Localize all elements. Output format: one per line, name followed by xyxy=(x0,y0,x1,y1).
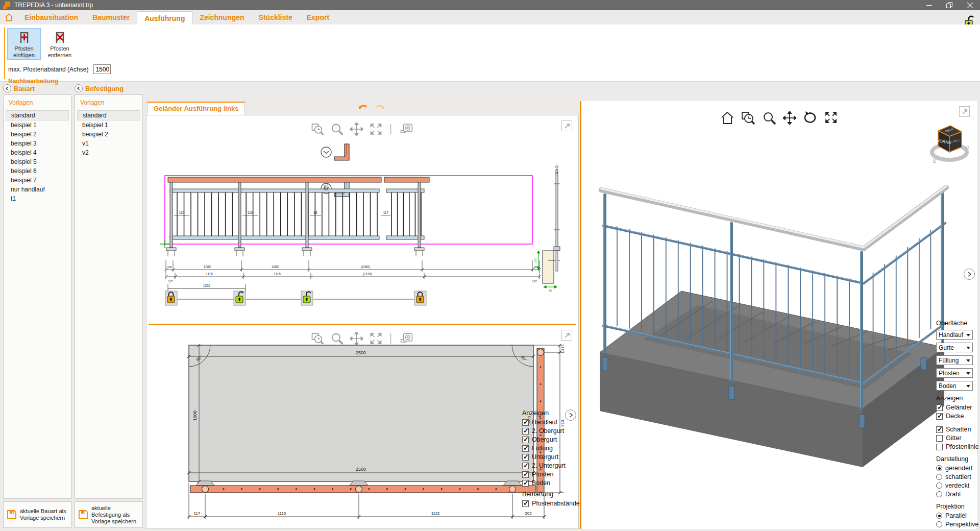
remove-post-button[interactable]: Pfostenentfernen xyxy=(43,28,77,60)
menu-einbausituation[interactable]: Einbausituation xyxy=(17,10,85,25)
radio-parallel[interactable]: Parallel xyxy=(936,512,976,519)
pan-icon[interactable] xyxy=(350,332,363,345)
zoom-fit-icon[interactable] xyxy=(370,332,382,345)
zoom-fit-icon[interactable] xyxy=(370,123,382,135)
list-item[interactable]: standard xyxy=(6,110,69,120)
checkbox[interactable] xyxy=(522,463,529,469)
list-item[interactable]: nur handlauf xyxy=(6,185,69,194)
menu-ausfuehrung[interactable]: Ausführung xyxy=(137,11,192,25)
radio[interactable] xyxy=(936,491,942,497)
checkbox-decke[interactable]: Decke xyxy=(936,413,976,420)
lock-button-3[interactable] xyxy=(301,291,313,305)
plan-next-button[interactable] xyxy=(565,409,576,421)
menu-stueckliste[interactable]: Stückliste xyxy=(252,10,300,25)
menu-export[interactable]: Export xyxy=(300,10,336,25)
list-item[interactable]: beispiel 6 xyxy=(6,166,69,176)
view3d-next-button[interactable] xyxy=(964,269,975,280)
lock-button-1[interactable] xyxy=(165,291,177,305)
home-icon[interactable] xyxy=(0,10,17,25)
radio-draht[interactable]: Draht xyxy=(936,491,976,498)
list-item[interactable]: beispiel 7 xyxy=(6,176,69,185)
checkbox-schatten[interactable]: Schatten xyxy=(936,426,976,433)
radio-perspektive[interactable]: Perspektive xyxy=(936,521,976,528)
checkbox[interactable] xyxy=(936,413,943,420)
max-post-distance-input[interactable] xyxy=(93,64,111,74)
checkbox[interactable] xyxy=(936,404,943,411)
checkbox-gelaender[interactable]: Geländer xyxy=(936,404,976,411)
checkbox-fuellung[interactable]: Füllung xyxy=(522,445,578,452)
plan-popout-button[interactable] xyxy=(561,330,572,341)
panel-separator[interactable] xyxy=(580,101,581,529)
checkbox-untergurt[interactable]: Untergurt xyxy=(522,453,578,461)
radio[interactable] xyxy=(936,513,942,519)
measure-icon[interactable] xyxy=(400,332,414,345)
radio[interactable] xyxy=(936,482,942,489)
list-item[interactable]: beispiel 3 xyxy=(6,139,69,148)
measure-icon[interactable] xyxy=(400,123,414,135)
pan-icon[interactable] xyxy=(350,123,363,136)
radio-verdeckt[interactable]: verdeckt xyxy=(936,482,976,489)
select-boden[interactable]: Boden xyxy=(936,381,973,391)
save-bauart-button[interactable]: aktuelle Bauart als Vorlage speichern xyxy=(3,501,71,528)
checkbox-gitter[interactable]: Gitter xyxy=(936,435,976,442)
checkbox[interactable] xyxy=(522,480,529,487)
zoom-icon[interactable] xyxy=(331,332,344,345)
zoom-icon[interactable] xyxy=(331,123,344,135)
checkbox[interactable] xyxy=(936,444,943,450)
minimize-button[interactable] xyxy=(919,0,939,10)
list-item[interactable]: beispiel 2 xyxy=(77,130,140,139)
select-gurte[interactable]: Gurte xyxy=(936,343,973,352)
close-button[interactable] xyxy=(960,0,980,10)
undo-button[interactable] xyxy=(358,102,369,112)
checkbox[interactable] xyxy=(522,471,529,478)
list-item[interactable]: beispiel 2 xyxy=(6,130,69,139)
view3d-popout-button[interactable] xyxy=(959,106,970,117)
select-pfosten[interactable]: Pfosten xyxy=(936,368,973,378)
radio-schattiert[interactable]: schattiert xyxy=(936,473,976,480)
lock-button-2[interactable] xyxy=(234,291,246,305)
lock-button-4[interactable] xyxy=(414,291,426,305)
list-item[interactable]: standard xyxy=(77,110,140,120)
checkbox-2-untergurt[interactable]: 2. Untergurt xyxy=(522,462,578,469)
checkbox-boden[interactable]: Boden xyxy=(522,479,578,487)
checkbox-obergurt[interactable]: Obergurt xyxy=(522,436,578,443)
list-item[interactable]: beispiel 1 xyxy=(77,120,140,130)
checkbox[interactable] xyxy=(522,419,529,426)
radio[interactable] xyxy=(936,465,942,471)
menu-baumuster[interactable]: Baumuster xyxy=(85,10,137,25)
befestigung-collapse-button[interactable] xyxy=(75,84,83,92)
save-befestigung-button[interactable]: aktuelle Befestigung als Vorlage speiche… xyxy=(75,501,143,528)
restore-button[interactable] xyxy=(939,0,960,10)
checkbox-2-obergurt[interactable]: 2. Obergurt xyxy=(522,427,578,435)
tab-gelaender-ausfuehrung-links[interactable]: Geländer Ausführung links xyxy=(147,102,245,115)
checkbox[interactable] xyxy=(936,426,943,433)
select-handlauf[interactable]: Handlauf xyxy=(936,330,973,340)
list-item[interactable]: v1 xyxy=(77,139,140,148)
checkbox-pfostenlinie[interactable]: Pfostenlinie xyxy=(936,443,976,450)
zoom-window-icon[interactable] xyxy=(311,332,325,345)
checkbox[interactable] xyxy=(522,454,529,461)
redo-button[interactable] xyxy=(374,102,385,112)
elevation-popout-button[interactable] xyxy=(561,120,572,131)
radio-gerendert[interactable]: gerendert xyxy=(936,465,976,472)
checkbox-pfosten[interactable]: Pfosten xyxy=(522,471,578,478)
list-item[interactable]: t1 xyxy=(6,194,69,203)
checkbox[interactable] xyxy=(522,428,529,435)
checkbox[interactable] xyxy=(522,437,529,443)
handrail-profile-dropdown[interactable] xyxy=(321,143,349,160)
list-item[interactable]: beispiel 4 xyxy=(6,148,69,157)
bauart-collapse-button[interactable] xyxy=(3,84,11,92)
checkbox-pfostenabstaende[interactable]: Pfostenabstände xyxy=(522,500,578,507)
checkbox[interactable] xyxy=(936,435,943,442)
radio[interactable] xyxy=(936,521,942,527)
radio[interactable] xyxy=(936,474,942,480)
zoom-window-icon[interactable] xyxy=(311,123,325,135)
list-item[interactable]: v2 xyxy=(77,148,140,157)
checkbox[interactable] xyxy=(522,445,529,452)
list-item[interactable]: beispiel 1 xyxy=(6,120,69,130)
select-fuellung[interactable]: Füllung xyxy=(936,355,973,365)
insert-post-button[interactable]: Pfosteneinfügen xyxy=(7,28,41,60)
menu-zeichnungen[interactable]: Zeichnungen xyxy=(192,10,251,25)
view-3d-panel[interactable]: S O VORNE OBEN LINKS xyxy=(582,101,977,529)
checkbox[interactable] xyxy=(522,500,529,507)
